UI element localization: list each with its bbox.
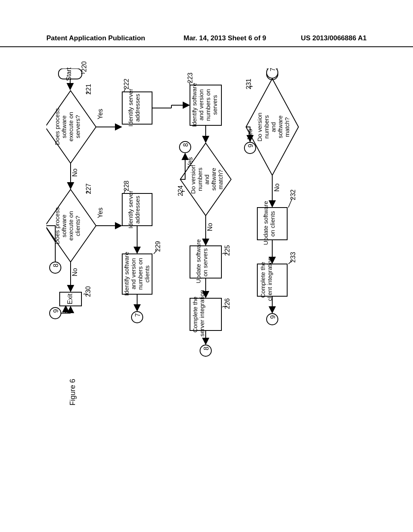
figure-6-flowchart: Start Does process software execute on s… [46, 69, 367, 492]
header-pubnumber: US 2013/0066886 A1 [301, 34, 367, 42]
figure-caption: Figure 6 [69, 379, 77, 405]
ref-leader-lines [46, 69, 367, 492]
header-publication: Patent Application Publication [46, 34, 145, 42]
header-date-sheet: Mar. 14, 2013 Sheet 6 of 9 [184, 34, 266, 42]
page-header: Patent Application Publication Mar. 14, … [0, 34, 413, 47]
